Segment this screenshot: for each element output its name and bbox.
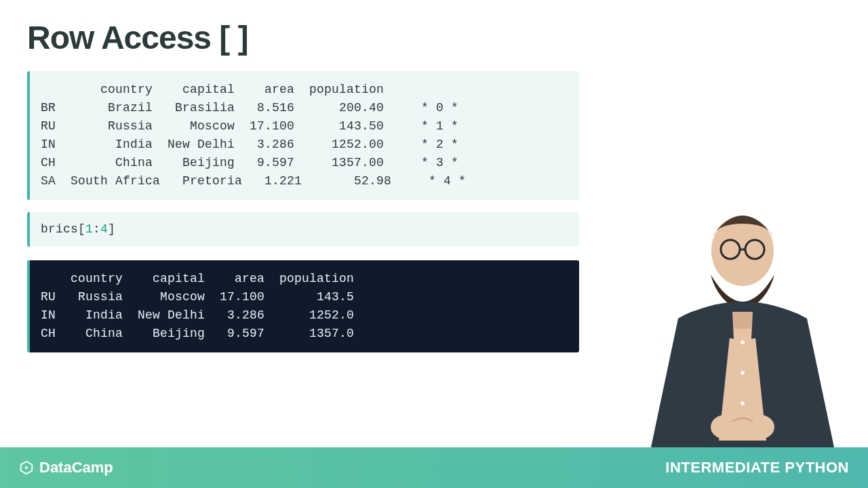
svg-point-6 bbox=[741, 401, 745, 405]
code-right-bracket: ] bbox=[108, 222, 115, 236]
svg-point-5 bbox=[741, 371, 745, 375]
brand-name: DataCamp bbox=[39, 459, 113, 476]
dataframe-output-sliced: country capital area population RU Russi… bbox=[27, 260, 579, 352]
code-variable: brics bbox=[41, 222, 78, 236]
dataframe-output-full: country capital area population BR Brazi… bbox=[27, 71, 579, 200]
svg-point-8 bbox=[745, 415, 774, 439]
code-slice-start: 1 bbox=[85, 222, 93, 236]
code-slice-end: 4 bbox=[100, 222, 108, 236]
datacamp-logo-icon bbox=[19, 460, 34, 475]
slide: Row Access [ ] country capital area popu… bbox=[0, 0, 868, 488]
code-input: brics[1:4] bbox=[27, 212, 579, 247]
svg-point-7 bbox=[711, 415, 741, 439]
slide-content: Row Access [ ] country capital area popu… bbox=[0, 0, 868, 352]
brand: DataCamp bbox=[19, 459, 113, 476]
footer-bar: DataCamp INTERMEDIATE PYTHON bbox=[0, 447, 868, 488]
code-left-bracket: [ bbox=[78, 222, 85, 236]
svg-point-9 bbox=[25, 466, 28, 469]
slide-title: Row Access [ ] bbox=[27, 19, 841, 56]
code-colon: : bbox=[93, 222, 100, 236]
course-title: INTERMEDIATE PYTHON bbox=[665, 459, 849, 476]
